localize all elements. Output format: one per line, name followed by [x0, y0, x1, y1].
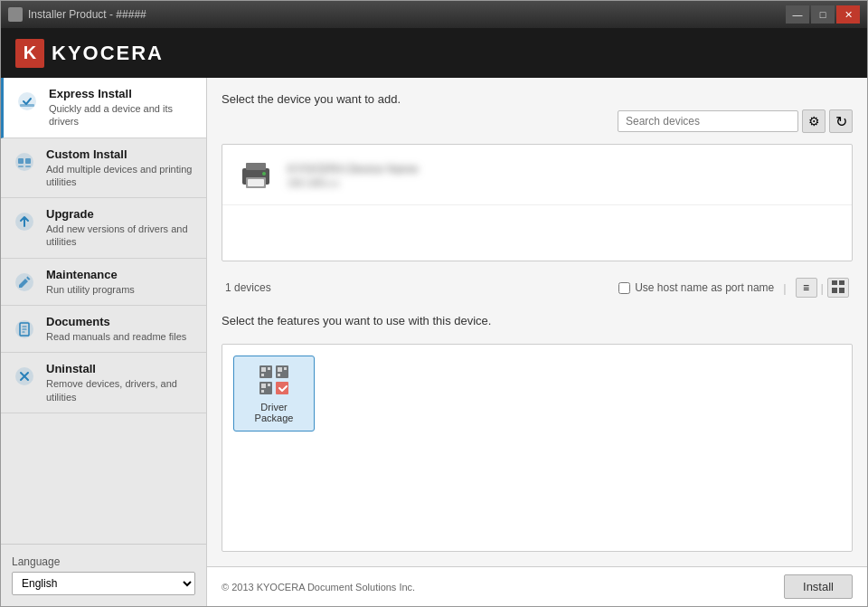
svg-rect-31 [268, 384, 270, 386]
svg-rect-27 [284, 367, 287, 370]
svg-rect-24 [261, 374, 264, 376]
sidebar-item-express-install[interactable]: Express Install Quickly add a device and… [1, 78, 206, 138]
sidebar-item-uninstall[interactable]: Uninstall Remove devices, drivers, and u… [1, 353, 206, 413]
list-view-button[interactable]: ≡ [796, 278, 817, 298]
custom-install-title: Custom Install [46, 147, 195, 161]
sidebar-item-custom-install[interactable]: Custom Install Add multiple devices and … [1, 138, 206, 199]
svg-rect-22 [261, 367, 266, 372]
refresh-icon: ↻ [835, 113, 847, 130]
view-toggle: ≡ | [796, 278, 849, 298]
use-hostname-label[interactable]: Use host name as port name [618, 281, 774, 294]
custom-install-desc: Add multiple devices and printing utilit… [46, 163, 195, 189]
svg-rect-26 [278, 367, 282, 372]
printer-icon [237, 156, 275, 194]
titlebar: Installer Product - ##### — □ ✕ [1, 1, 867, 28]
svg-rect-19 [832, 288, 837, 293]
features-title: Select the features you want to use with… [222, 314, 853, 327]
documents-icon [12, 317, 37, 342]
express-install-text: Express Install Quickly add a device and… [49, 87, 195, 128]
window-title-area: Installer Product - ##### [8, 7, 146, 22]
table-row[interactable]: KYOCERA Device Name 192.168.x.x [222, 145, 852, 205]
svg-rect-5 [18, 166, 24, 167]
documents-title: Documents [46, 315, 195, 328]
brand-name: KYOCERA [52, 42, 164, 65]
documents-text: Documents Read manuals and readme files [46, 315, 195, 343]
close-button[interactable]: ✕ [836, 5, 860, 24]
grid-view-icon [831, 280, 845, 297]
svg-rect-23 [268, 367, 270, 370]
content-area: Select the device you want to add. ⚙ ↻ [207, 78, 867, 566]
language-label: Language [12, 555, 195, 568]
driver-package-icon [258, 364, 290, 396]
device-sub: 192.168.x.x [288, 177, 837, 188]
sidebar-item-upgrade[interactable]: Upgrade Add new versions of drivers and … [1, 198, 206, 259]
main-body: Express Install Quickly add a device and… [1, 78, 867, 606]
express-install-icon [14, 89, 40, 114]
documents-desc: Read manuals and readme files [46, 330, 195, 343]
list-view-icon: ≡ [803, 281, 809, 294]
device-list: KYOCERA Device Name 192.168.x.x [222, 144, 853, 261]
sidebar-item-documents[interactable]: Documents Read manuals and readme files [1, 306, 206, 353]
driver-package-label: Driver Package [241, 402, 307, 423]
svg-point-16 [262, 172, 266, 175]
svg-rect-13 [246, 163, 266, 170]
main-window: Installer Product - ##### — □ ✕ K KYOCER… [0, 0, 868, 607]
search-settings-button[interactable]: ⚙ [802, 109, 826, 133]
svg-rect-17 [832, 280, 837, 285]
maintenance-title: Maintenance [46, 268, 195, 281]
feature-item-driver-package[interactable]: Driver Package [233, 356, 315, 432]
svg-rect-1 [20, 104, 34, 107]
sidebar-footer: Language English French German Spanish J… [1, 544, 206, 606]
upgrade-title: Upgrade [46, 207, 195, 221]
window-icon [8, 7, 23, 22]
copyright-text: © 2013 KYOCERA Document Solutions Inc. [222, 582, 415, 593]
search-row: ⚙ ↻ [222, 109, 853, 133]
svg-rect-4 [25, 158, 31, 164]
search-input[interactable] [618, 110, 798, 132]
upgrade-desc: Add new versions of drivers and utilitie… [46, 223, 195, 249]
maintenance-icon [12, 270, 37, 295]
device-footer: 1 devices Use host name as port name | ≡… [222, 272, 853, 303]
svg-rect-15 [248, 179, 264, 186]
install-button[interactable]: Install [784, 574, 853, 599]
use-hostname-checkbox[interactable] [618, 282, 630, 294]
language-select[interactable]: English French German Spanish Japanese [12, 572, 195, 595]
device-info: KYOCERA Device Name 192.168.x.x [288, 162, 837, 188]
features-area: Driver Package [222, 344, 853, 552]
svg-rect-3 [18, 158, 24, 164]
maintenance-text: Maintenance Run utility programs [46, 268, 195, 296]
sidebar-item-maintenance[interactable]: Maintenance Run utility programs [1, 259, 206, 306]
upgrade-text: Upgrade Add new versions of drivers and … [46, 207, 195, 249]
device-select-title: Select the device you want to add. [222, 92, 853, 106]
svg-rect-32 [261, 390, 264, 393]
svg-rect-28 [278, 374, 280, 376]
svg-point-0 [18, 92, 36, 110]
grid-view-button[interactable] [827, 278, 849, 298]
svg-rect-30 [261, 384, 266, 388]
device-name: KYOCERA Device Name [288, 162, 837, 175]
svg-rect-6 [25, 166, 31, 167]
device-count: 1 devices [225, 281, 271, 294]
window-controls: — □ ✕ [786, 5, 860, 24]
maximize-button[interactable]: □ [811, 5, 835, 24]
sidebar: Express Install Quickly add a device and… [1, 78, 207, 606]
header: K KYOCERA [1, 28, 867, 78]
device-footer-right: Use host name as port name | ≡ | [618, 278, 849, 298]
uninstall-title: Uninstall [46, 362, 195, 375]
gear-icon: ⚙ [808, 114, 820, 128]
logo-icon: K [15, 39, 44, 68]
custom-install-icon [12, 149, 37, 175]
upgrade-icon [12, 209, 37, 234]
kyocera-logo: K KYOCERA [15, 39, 164, 68]
uninstall-text: Uninstall Remove devices, drivers, and u… [46, 362, 195, 403]
maintenance-desc: Run utility programs [46, 283, 195, 296]
svg-rect-18 [839, 280, 844, 285]
minimize-button[interactable]: — [786, 5, 809, 24]
express-install-title: Express Install [49, 87, 195, 100]
sidebar-spacer [1, 413, 206, 544]
uninstall-icon [12, 364, 37, 389]
bottom-bar: © 2013 KYOCERA Document Solutions Inc. I… [207, 566, 867, 606]
refresh-button[interactable]: ↻ [829, 109, 853, 133]
window-title: Installer Product - ##### [28, 8, 146, 21]
uninstall-desc: Remove devices, drivers, and utilities [46, 377, 195, 403]
